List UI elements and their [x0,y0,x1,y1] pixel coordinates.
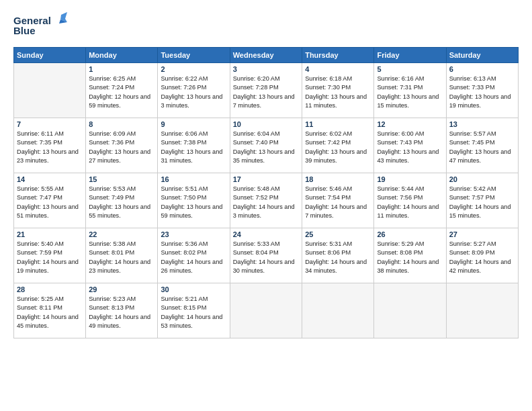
day-info: Sunrise: 5:27 AMSunset: 8:09 PMDaylight:… [449,240,515,275]
calendar-table: SundayMondayTuesdayWednesdayThursdayFrid… [13,47,519,338]
day-info: Sunrise: 6:13 AMSunset: 7:33 PMDaylight:… [449,75,515,110]
calendar-cell: 8Sunrise: 6:09 AMSunset: 7:36 PMDaylight… [86,118,158,173]
calendar-cell: 25Sunrise: 5:31 AMSunset: 8:06 PMDayligh… [302,228,374,283]
day-number: 7 [17,120,83,128]
day-number: 14 [17,175,83,183]
header: General Blue [13,12,519,39]
calendar-cell: 14Sunrise: 5:55 AMSunset: 7:47 PMDayligh… [14,173,86,228]
calendar-cell: 11Sunrise: 6:02 AMSunset: 7:42 PMDayligh… [302,118,374,173]
day-number: 8 [89,120,154,128]
day-number: 4 [305,65,371,73]
calendar-week-2: 7Sunrise: 6:11 AMSunset: 7:35 PMDaylight… [14,118,519,173]
day-info: Sunrise: 6:16 AMSunset: 7:31 PMDaylight:… [377,75,443,110]
day-info: Sunrise: 6:25 AMSunset: 7:24 PMDaylight:… [89,75,154,110]
weekday-header-tuesday: Tuesday [158,48,230,63]
weekday-header-thursday: Thursday [302,48,374,63]
day-number: 22 [89,230,154,238]
calendar-cell: 1Sunrise: 6:25 AMSunset: 7:24 PMDaylight… [86,63,158,118]
logo: General Blue [13,12,67,39]
day-info: Sunrise: 5:46 AMSunset: 7:54 PMDaylight:… [305,185,371,220]
day-number: 9 [161,120,226,128]
day-info: Sunrise: 5:36 AMSunset: 8:02 PMDaylight:… [161,240,226,275]
calendar-cell: 29Sunrise: 5:23 AMSunset: 8:13 PMDayligh… [86,283,158,338]
day-info: Sunrise: 5:25 AMSunset: 8:11 PMDaylight:… [17,295,83,330]
calendar-cell [230,283,302,338]
day-info: Sunrise: 5:42 AMSunset: 7:57 PMDaylight:… [449,185,515,220]
day-info: Sunrise: 5:51 AMSunset: 7:50 PMDaylight:… [161,185,226,220]
calendar-cell: 21Sunrise: 5:40 AMSunset: 7:59 PMDayligh… [14,228,86,283]
calendar-cell: 23Sunrise: 5:36 AMSunset: 8:02 PMDayligh… [158,228,230,283]
calendar-week-1: 1Sunrise: 6:25 AMSunset: 7:24 PMDaylight… [14,63,519,118]
calendar-cell [302,283,374,338]
day-number: 19 [377,175,443,183]
calendar-cell: 20Sunrise: 5:42 AMSunset: 7:57 PMDayligh… [446,173,518,228]
calendar-cell: 2Sunrise: 6:22 AMSunset: 7:26 PMDaylight… [158,63,230,118]
weekday-header-saturday: Saturday [446,48,518,63]
day-info: Sunrise: 5:31 AMSunset: 8:06 PMDaylight:… [305,240,371,275]
day-number: 16 [161,175,226,183]
day-number: 2 [161,65,226,73]
calendar-cell [14,63,86,118]
calendar-cell: 7Sunrise: 6:11 AMSunset: 7:35 PMDaylight… [14,118,86,173]
calendar-cell: 9Sunrise: 6:06 AMSunset: 7:38 PMDaylight… [158,118,230,173]
day-info: Sunrise: 5:40 AMSunset: 7:59 PMDaylight:… [17,240,83,275]
day-info: Sunrise: 6:06 AMSunset: 7:38 PMDaylight:… [161,130,226,165]
logo-svg: General Blue [13,12,67,39]
day-number: 30 [161,285,226,293]
calendar-cell: 5Sunrise: 6:16 AMSunset: 7:31 PMDaylight… [374,63,446,118]
day-info: Sunrise: 6:09 AMSunset: 7:36 PMDaylight:… [89,130,154,165]
day-number: 17 [233,175,299,183]
calendar-cell: 13Sunrise: 5:57 AMSunset: 7:45 PMDayligh… [446,118,518,173]
day-info: Sunrise: 6:04 AMSunset: 7:40 PMDaylight:… [233,130,299,165]
day-number: 3 [233,65,299,73]
day-number: 23 [161,230,226,238]
day-number: 27 [449,230,515,238]
calendar-cell: 19Sunrise: 5:44 AMSunset: 7:56 PMDayligh… [374,173,446,228]
day-info: Sunrise: 6:02 AMSunset: 7:42 PMDaylight:… [305,130,371,165]
weekday-header-row: SundayMondayTuesdayWednesdayThursdayFrid… [14,48,519,63]
calendar-cell: 22Sunrise: 5:38 AMSunset: 8:01 PMDayligh… [86,228,158,283]
day-info: Sunrise: 6:00 AMSunset: 7:43 PMDaylight:… [377,130,443,165]
day-number: 26 [377,230,443,238]
calendar-cell: 30Sunrise: 5:21 AMSunset: 8:15 PMDayligh… [158,283,230,338]
day-number: 6 [449,65,515,73]
day-number: 29 [89,285,154,293]
day-number: 20 [449,175,515,183]
day-number: 21 [17,230,83,238]
day-info: Sunrise: 5:23 AMSunset: 8:13 PMDaylight:… [89,295,154,330]
day-info: Sunrise: 5:38 AMSunset: 8:01 PMDaylight:… [89,240,154,275]
calendar-week-3: 14Sunrise: 5:55 AMSunset: 7:47 PMDayligh… [14,173,519,228]
day-info: Sunrise: 6:22 AMSunset: 7:26 PMDaylight:… [161,75,226,110]
calendar-cell: 28Sunrise: 5:25 AMSunset: 8:11 PMDayligh… [14,283,86,338]
calendar-cell: 16Sunrise: 5:51 AMSunset: 7:50 PMDayligh… [158,173,230,228]
day-info: Sunrise: 5:44 AMSunset: 7:56 PMDaylight:… [377,185,443,220]
day-number: 18 [305,175,371,183]
day-info: Sunrise: 5:33 AMSunset: 8:04 PMDaylight:… [233,240,299,275]
day-info: Sunrise: 5:57 AMSunset: 7:45 PMDaylight:… [449,130,515,165]
calendar-week-5: 28Sunrise: 5:25 AMSunset: 8:11 PMDayligh… [14,283,519,338]
day-info: Sunrise: 6:20 AMSunset: 7:28 PMDaylight:… [233,75,299,110]
calendar-cell: 26Sunrise: 5:29 AMSunset: 8:08 PMDayligh… [374,228,446,283]
calendar-week-4: 21Sunrise: 5:40 AMSunset: 7:59 PMDayligh… [14,228,519,283]
weekday-header-wednesday: Wednesday [230,48,302,63]
calendar-cell: 4Sunrise: 6:18 AMSunset: 7:30 PMDaylight… [302,63,374,118]
calendar-cell: 12Sunrise: 6:00 AMSunset: 7:43 PMDayligh… [374,118,446,173]
day-number: 11 [305,120,371,128]
calendar-cell: 27Sunrise: 5:27 AMSunset: 8:09 PMDayligh… [446,228,518,283]
page: General Blue SundayMondayTuesdayWednesda… [0,0,532,345]
day-info: Sunrise: 5:53 AMSunset: 7:49 PMDaylight:… [89,185,154,220]
day-info: Sunrise: 5:55 AMSunset: 7:47 PMDaylight:… [17,185,83,220]
day-info: Sunrise: 5:48 AMSunset: 7:52 PMDaylight:… [233,185,299,220]
calendar-cell: 15Sunrise: 5:53 AMSunset: 7:49 PMDayligh… [86,173,158,228]
weekday-header-sunday: Sunday [14,48,86,63]
day-number: 10 [233,120,299,128]
weekday-header-monday: Monday [86,48,158,63]
weekday-header-friday: Friday [374,48,446,63]
day-info: Sunrise: 5:21 AMSunset: 8:15 PMDaylight:… [161,295,226,330]
day-info: Sunrise: 6:18 AMSunset: 7:30 PMDaylight:… [305,75,371,110]
svg-text:Blue: Blue [13,25,36,36]
calendar-cell [374,283,446,338]
day-number: 25 [305,230,371,238]
calendar-cell: 3Sunrise: 6:20 AMSunset: 7:28 PMDaylight… [230,63,302,118]
calendar-cell [446,283,518,338]
